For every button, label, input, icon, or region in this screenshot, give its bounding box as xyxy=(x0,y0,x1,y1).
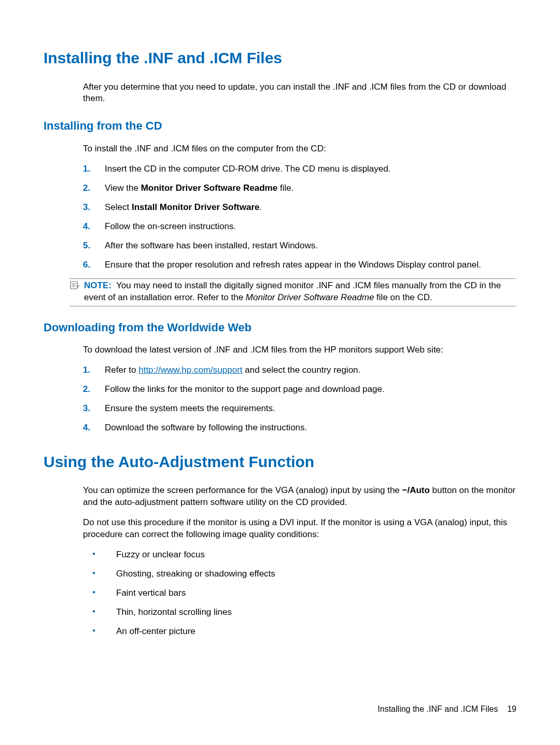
list-item: Ghosting, streaking or shadowing effects xyxy=(44,568,516,580)
bold-text: Install Monitor Driver Software xyxy=(132,202,260,212)
footer-section-title: Installing the .INF and .ICM Files xyxy=(377,705,498,713)
list-item: 1. Insert the CD in the computer CD-ROM … xyxy=(44,163,516,175)
auto-paragraph-1: You can optimize the screen performance … xyxy=(83,485,516,509)
heading-installing-files: Installing the .INF and .ICM Files xyxy=(44,48,516,69)
list-marker: 1. xyxy=(83,364,90,376)
cd-intro: To install the .INF and .ICM files on th… xyxy=(83,143,516,155)
list-item: Fuzzy or unclear focus xyxy=(44,549,516,561)
list-item: 6. Ensure that the proper resolution and… xyxy=(44,259,516,271)
list-text: Download the software by following the i… xyxy=(105,423,307,432)
note-text: NOTE: You may need to install the digita… xyxy=(84,280,516,304)
download-steps-list: 1. Refer to http://www.hp.com/support an… xyxy=(44,364,516,434)
list-text: Follow the links for the monitor to the … xyxy=(105,384,385,394)
list-marker: 2. xyxy=(83,182,90,194)
note-callout: NOTE: You may need to install the digita… xyxy=(69,278,516,306)
list-marker: 4. xyxy=(83,422,90,434)
list-item: 2. Follow the links for the monitor to t… xyxy=(44,384,516,396)
list-text: Ensure the system meets the requirements… xyxy=(105,403,275,413)
list-text: Select Install Monitor Driver Software. xyxy=(105,202,262,212)
list-item: Thin, horizontal scrolling lines xyxy=(44,607,516,619)
list-marker: 6. xyxy=(83,259,90,271)
list-text: View the Monitor Driver Software Readme … xyxy=(105,183,293,193)
list-text: Thin, horizontal scrolling lines xyxy=(116,607,232,617)
list-text: Fuzzy or unclear focus xyxy=(116,550,205,559)
list-text: Insert the CD in the computer CD-ROM dri… xyxy=(105,164,390,174)
intro-paragraph: After you determine that you need to upd… xyxy=(83,81,516,105)
note-label: NOTE: xyxy=(84,280,111,290)
list-marker: 1. xyxy=(83,163,90,175)
list-text: Faint vertical bars xyxy=(116,588,186,598)
list-text: After the software has been installed, r… xyxy=(105,241,318,250)
list-item: 4. Download the software by following th… xyxy=(44,422,516,434)
list-item: Faint vertical bars xyxy=(44,587,516,599)
download-intro: To download the latest version of .INF a… xyxy=(83,344,516,356)
heading-auto-adjustment: Using the Auto-Adjustment Function xyxy=(44,452,516,473)
list-marker: 5. xyxy=(83,240,90,252)
list-text: Refer to http://www.hp.com/support and s… xyxy=(105,365,360,375)
list-item: 3. Select Install Monitor Driver Softwar… xyxy=(44,202,516,214)
list-item: 3. Ensure the system meets the requireme… xyxy=(44,403,516,415)
heading-download-web: Downloading from the Worldwide Web xyxy=(44,320,516,335)
heading-install-from-cd: Installing from the CD xyxy=(44,118,516,134)
conditions-list: Fuzzy or unclear focus Ghosting, streaki… xyxy=(44,549,516,638)
bold-text: −/Auto xyxy=(402,485,430,495)
auto-paragraph-2: Do not use this procedure if the monitor… xyxy=(83,517,516,541)
list-item: An off-center picture xyxy=(44,626,516,638)
cd-steps-list: 1. Insert the CD in the computer CD-ROM … xyxy=(44,163,516,271)
list-item: 4. Follow the on-screen instructions. xyxy=(44,221,516,233)
list-text: An off-center picture xyxy=(116,626,195,636)
note-icon xyxy=(69,280,80,293)
list-text: Ghosting, streaking or shadowing effects xyxy=(116,569,275,579)
list-item: 5. After the software has been installed… xyxy=(44,240,516,252)
list-item: 1. Refer to http://www.hp.com/support an… xyxy=(44,364,516,376)
list-item: 2. View the Monitor Driver Software Read… xyxy=(44,182,516,194)
list-marker: 2. xyxy=(83,384,90,396)
page-footer: Installing the .INF and .ICM Files 19 xyxy=(377,704,516,715)
list-marker: 3. xyxy=(83,403,90,415)
page-number: 19 xyxy=(507,705,516,713)
bold-text: Monitor Driver Software Readme xyxy=(141,183,278,193)
list-marker: 3. xyxy=(83,202,90,214)
support-link[interactable]: http://www.hp.com/support xyxy=(138,365,242,375)
list-text: Ensure that the proper resolution and re… xyxy=(105,260,481,270)
document-page: Installing the .INF and .ICM Files After… xyxy=(0,0,560,745)
list-marker: 4. xyxy=(83,221,90,233)
italic-text: Monitor Driver Software Readme xyxy=(246,292,374,302)
list-text: Follow the on-screen instructions. xyxy=(105,221,236,231)
